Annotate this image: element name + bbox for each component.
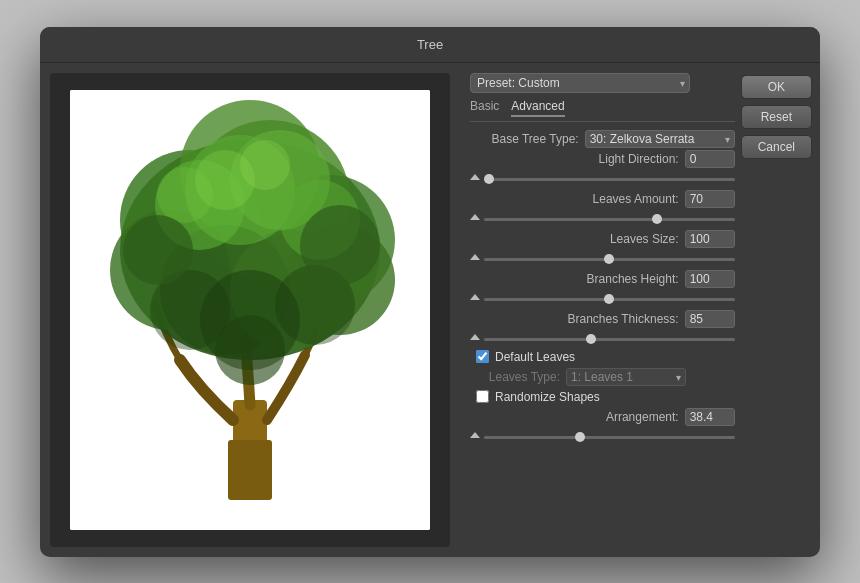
branches-height-slider-row (470, 290, 735, 304)
leaves-type-select[interactable]: 1: Leaves 1 (566, 368, 686, 386)
randomize-shapes-row: Randomize Shapes (470, 390, 735, 404)
branches-thickness-input[interactable] (685, 310, 735, 328)
arrangement-row: Arrangement: (470, 408, 735, 426)
base-tree-select[interactable]: 30: Zelkova Serrata (585, 130, 735, 148)
branches-thickness-label: Branches Thickness: (470, 312, 685, 326)
arrangement-arrow (470, 432, 480, 438)
branches-height-arrow (470, 294, 480, 300)
leaves-type-select-wrapper: 1: Leaves 1 (566, 368, 686, 386)
svg-point-24 (215, 315, 285, 385)
leaves-amount-arrow (470, 214, 480, 220)
leaves-size-range-wrap (484, 250, 735, 264)
svg-point-22 (123, 215, 193, 285)
leaves-amount-row: Leaves Amount: (470, 190, 735, 208)
reset-button[interactable]: Reset (741, 105, 812, 129)
buttons-column: OK Reset Cancel (741, 73, 812, 159)
right-panel: Preset: Custom Basic Advanced Base Tree … (460, 63, 820, 557)
default-leaves-label: Default Leaves (495, 350, 575, 364)
tree-preview-canvas (70, 90, 430, 530)
preset-select-wrapper: Preset: Custom (470, 73, 690, 93)
preset-select[interactable]: Preset: Custom (470, 73, 690, 93)
arrangement-label: Arrangement: (470, 410, 685, 424)
leaves-size-slider-row (470, 250, 735, 264)
leaves-amount-slider[interactable] (484, 218, 735, 221)
svg-rect-2 (228, 440, 272, 500)
leaves-size-label: Leaves Size: (470, 232, 685, 246)
arrangement-slider[interactable] (484, 436, 735, 439)
leaves-amount-slider-row (470, 210, 735, 224)
leaves-size-input[interactable] (685, 230, 735, 248)
leaves-size-arrow (470, 254, 480, 260)
dialog-body: Preset: Custom Basic Advanced Base Tree … (40, 63, 820, 557)
cancel-button[interactable]: Cancel (741, 135, 812, 159)
light-direction-row: Light Direction: (470, 150, 735, 168)
light-direction-slider[interactable] (484, 178, 735, 181)
tab-advanced[interactable]: Advanced (511, 99, 564, 117)
leaves-amount-range-wrap (484, 210, 735, 224)
tabs-row: Basic Advanced (470, 99, 735, 122)
branches-height-row: Branches Height: (470, 270, 735, 288)
arrangement-slider-row (470, 428, 735, 442)
base-tree-type-label: Base Tree Type: (470, 132, 585, 146)
dialog-title: Tree (40, 27, 820, 63)
branches-height-range-wrap (484, 290, 735, 304)
leaves-amount-input[interactable] (685, 190, 735, 208)
leaves-size-slider[interactable] (484, 258, 735, 261)
base-tree-select-wrapper: 30: Zelkova Serrata (585, 130, 735, 148)
branches-thickness-arrow (470, 334, 480, 340)
branches-height-slider[interactable] (484, 298, 735, 301)
light-direction-slider-row (470, 170, 735, 184)
branches-thickness-range-wrap (484, 330, 735, 344)
leaves-size-row: Leaves Size: (470, 230, 735, 248)
branches-height-input[interactable] (685, 270, 735, 288)
controls-inner: Preset: Custom Basic Advanced Base Tree … (470, 73, 735, 448)
tree-dialog: Tree (40, 27, 820, 557)
top-controls: Preset: Custom Basic Advanced Base Tree … (470, 73, 812, 448)
svg-point-23 (300, 205, 380, 285)
ok-button[interactable]: OK (741, 75, 812, 99)
svg-point-18 (157, 167, 213, 223)
leaves-type-label: Leaves Type: (476, 370, 566, 384)
svg-point-17 (240, 140, 290, 190)
light-direction-arrow (470, 174, 480, 180)
branches-thickness-slider-row (470, 330, 735, 344)
light-direction-label: Light Direction: (470, 152, 685, 166)
arrangement-range-wrap (484, 428, 735, 442)
branches-thickness-row: Branches Thickness: (470, 310, 735, 328)
tab-basic[interactable]: Basic (470, 99, 499, 117)
default-leaves-checkbox[interactable] (476, 350, 489, 363)
default-leaves-row: Default Leaves (470, 350, 735, 364)
light-direction-range-wrap (484, 170, 735, 184)
preview-area (50, 73, 450, 547)
tree-image (70, 90, 430, 530)
leaves-amount-label: Leaves Amount: (470, 192, 685, 206)
leaves-type-row: Leaves Type: 1: Leaves 1 (470, 368, 735, 386)
branches-height-label: Branches Height: (470, 272, 685, 286)
randomize-shapes-label: Randomize Shapes (495, 390, 600, 404)
arrangement-input[interactable] (685, 408, 735, 426)
branches-thickness-slider[interactable] (484, 338, 735, 341)
light-direction-input[interactable] (685, 150, 735, 168)
preset-row: Preset: Custom (470, 73, 735, 93)
base-tree-type-row: Base Tree Type: 30: Zelkova Serrata (470, 130, 735, 148)
randomize-shapes-checkbox[interactable] (476, 390, 489, 403)
